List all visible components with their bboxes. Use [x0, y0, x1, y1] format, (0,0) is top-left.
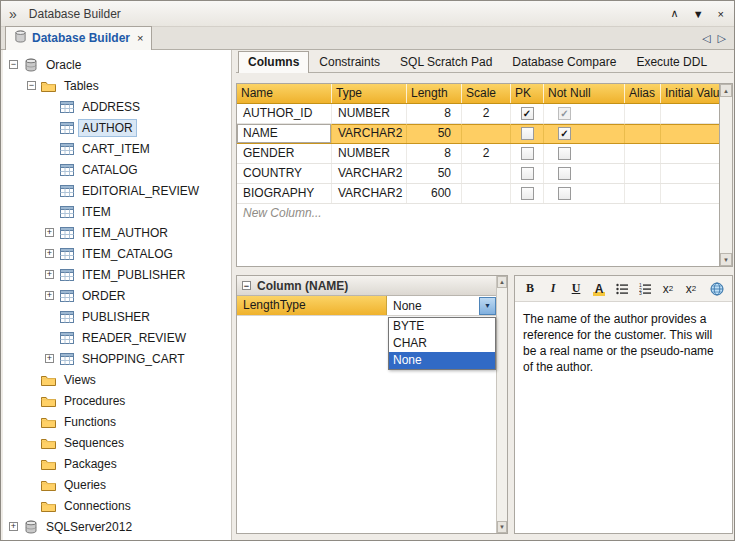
cell-length[interactable]: 8 [407, 104, 462, 123]
tree-item-item[interactable]: ITEM [3, 201, 231, 222]
pk-checkbox[interactable] [521, 167, 534, 180]
tab-database-compare[interactable]: Database Compare [502, 51, 626, 73]
cell-length[interactable]: 600 [407, 184, 462, 203]
notnull-checkbox[interactable] [558, 167, 571, 180]
tree-item-author[interactable]: AUTHOR [3, 117, 231, 138]
scroll-up-button[interactable]: ▲ [497, 276, 507, 288]
close-icon[interactable]: × [718, 8, 724, 20]
expander-box-icon[interactable]: + [45, 228, 54, 237]
column-header-name[interactable]: Name [237, 84, 332, 103]
tree-item-packages[interactable]: Packages [3, 453, 231, 474]
tree-item-functions[interactable]: Functions [3, 411, 231, 432]
cell-length[interactable]: 50 [407, 124, 462, 143]
tree-item-connections[interactable]: Connections [3, 495, 231, 516]
expander-box-icon[interactable]: − [9, 60, 18, 69]
cell-scale[interactable] [462, 124, 511, 143]
property-group-header[interactable]: − Column (NAME) [237, 276, 496, 296]
nav-back-icon[interactable]: ◁ [702, 32, 710, 45]
property-scrollbar[interactable]: ▲ ▼ [496, 276, 507, 533]
tree-item-item-publisher[interactable]: +ITEM_PUBLISHER [3, 264, 231, 285]
notnull-checkbox[interactable] [558, 147, 571, 160]
dropdown-option-char[interactable]: CHAR [389, 335, 495, 352]
tree-item-address[interactable]: ADDRESS [3, 96, 231, 117]
column-header-initial-value[interactable]: Initial Value [661, 84, 719, 103]
cell-type[interactable]: NUMBER [332, 144, 407, 163]
tree-item-publisher[interactable]: PUBLISHER [3, 306, 231, 327]
scroll-up-button[interactable]: ▲ [720, 84, 732, 97]
tree-item-cart-item[interactable]: CART_ITEM [3, 138, 231, 159]
tree-item-item-author[interactable]: +ITEM_AUTHOR [3, 222, 231, 243]
table-row[interactable]: COUNTRYVARCHAR250 [237, 164, 719, 184]
expander-box-icon[interactable]: + [45, 249, 54, 258]
tab-close-icon[interactable]: × [137, 32, 143, 44]
scroll-down-button[interactable]: ▼ [497, 521, 507, 533]
tree-item-sqlserver2012[interactable]: +SQLServer2012 [3, 516, 231, 537]
cell-alias[interactable] [625, 164, 661, 183]
tab-columns[interactable]: Columns [238, 51, 309, 73]
cell-length[interactable]: 8 [407, 144, 462, 163]
tree-item-editorial-review[interactable]: EDITORIAL_REVIEW [3, 180, 231, 201]
tree-expander-icon[interactable]: − [9, 60, 22, 69]
cell-scale[interactable] [462, 184, 511, 203]
cell-alias[interactable] [625, 184, 661, 203]
table-row[interactable]: NAMEVARCHAR250✓ [237, 124, 719, 144]
notes-text[interactable]: The name of the author provides a refere… [515, 302, 732, 384]
pk-checkbox[interactable]: ✓ [521, 107, 534, 120]
pk-checkbox[interactable] [521, 127, 534, 140]
nav-forward-icon[interactable]: ▷ [718, 32, 726, 45]
overflow-chevrons-icon[interactable]: » [9, 6, 17, 22]
column-header-alias[interactable]: Alias [625, 84, 661, 103]
dropdown-option-byte[interactable]: BYTE [389, 318, 495, 335]
cell-initial-value[interactable] [661, 124, 719, 143]
tree-expander-icon[interactable]: + [45, 270, 58, 279]
cell-name[interactable]: COUNTRY [237, 164, 332, 183]
window-menu-icon[interactable]: ▼ [693, 8, 704, 20]
column-header-type[interactable]: Type [332, 84, 407, 103]
cell-type[interactable]: VARCHAR2 [332, 124, 407, 143]
cell-scale[interactable] [462, 164, 511, 183]
tree-expander-icon[interactable]: + [45, 354, 58, 363]
tree-item-queries[interactable]: Queries [3, 474, 231, 495]
superscript-button[interactable]: x2 [658, 279, 678, 299]
cell-alias[interactable] [625, 104, 661, 123]
tab-database-builder[interactable]: Database Builder × [5, 26, 152, 50]
new-column-row[interactable]: New Column... [237, 204, 719, 224]
cell-type[interactable]: NUMBER [332, 104, 407, 123]
dropdown-option-none[interactable]: None [389, 352, 495, 369]
underline-button[interactable]: U [566, 279, 586, 299]
tree-item-oracle[interactable]: −Oracle [3, 54, 231, 75]
tab-sql-scratch-pad[interactable]: SQL Scratch Pad [390, 51, 502, 73]
grid-scrollbar[interactable]: ▲ ▼ [720, 83, 733, 267]
scroll-down-button[interactable]: ▼ [720, 253, 732, 266]
table-row[interactable]: AUTHOR_IDNUMBER82✓✓ [237, 104, 719, 124]
tree-item-procedures[interactable]: Procedures [3, 390, 231, 411]
globe-button[interactable] [707, 279, 727, 299]
tree-item-sequences[interactable]: Sequences [3, 432, 231, 453]
collapse-icon[interactable]: − [242, 281, 251, 290]
cell-type[interactable]: VARCHAR2 [332, 184, 407, 203]
cell-length[interactable]: 50 [407, 164, 462, 183]
subscript-button[interactable]: x2 [681, 279, 701, 299]
tab-execute-ddl[interactable]: Execute DDL [626, 51, 717, 73]
bullet-list-button[interactable] [612, 279, 632, 299]
tree-item-shopping-cart[interactable]: +SHOPPING_CART [3, 348, 231, 369]
cell-initial-value[interactable] [661, 184, 719, 203]
font-color-button[interactable]: A [589, 279, 609, 299]
notnull-checkbox[interactable]: ✓ [558, 127, 571, 140]
pin-icon[interactable]: ∧ [671, 7, 679, 20]
tree-item-order[interactable]: +ORDER [3, 285, 231, 306]
tree-item-views[interactable]: Views [3, 369, 231, 390]
expander-box-icon[interactable]: + [9, 522, 18, 531]
column-header-pk[interactable]: PK [511, 84, 544, 103]
cell-initial-value[interactable] [661, 104, 719, 123]
tree-expander-icon[interactable]: + [45, 249, 58, 258]
numbered-list-button[interactable]: 123 [635, 279, 655, 299]
cell-name[interactable]: BIOGRAPHY [237, 184, 332, 203]
combo-dropdown-button[interactable]: ▼ [479, 297, 496, 315]
tree-expander-icon[interactable]: − [27, 81, 40, 90]
column-header-scale[interactable]: Scale [462, 84, 511, 103]
bold-button[interactable]: B [520, 279, 540, 299]
tree-item-reader-review[interactable]: READER_REVIEW [3, 327, 231, 348]
cell-name[interactable]: GENDER [237, 144, 332, 163]
horizontal-splitter[interactable] [236, 267, 733, 275]
